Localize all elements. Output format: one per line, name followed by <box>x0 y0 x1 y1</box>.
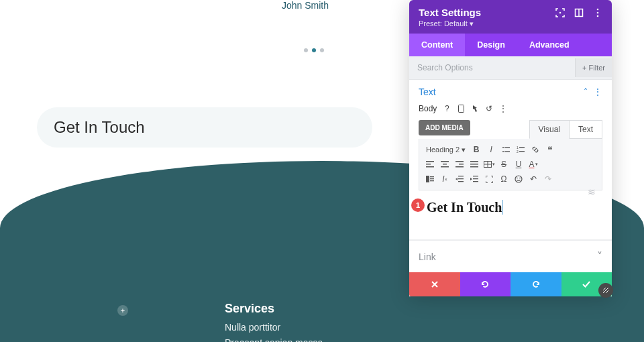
pager-dot[interactable] <box>320 48 324 52</box>
svg-rect-35 <box>458 178 464 179</box>
svg-rect-38 <box>473 178 478 179</box>
section-title: Text <box>419 87 436 97</box>
panel-title: Text Settings <box>419 7 481 18</box>
svg-rect-31 <box>430 176 434 177</box>
svg-rect-23 <box>455 166 464 168</box>
svg-rect-16 <box>426 164 431 165</box>
numbered-list-icon[interactable]: 12 <box>514 143 527 156</box>
text-section: Text ˄ ⋮ Body ? ↺ ⋮ ADD MEDIA Visual Tex… <box>409 80 612 240</box>
text-section-toggle[interactable]: Text ˄ ⋮ <box>419 87 602 97</box>
svg-rect-12 <box>519 147 525 148</box>
svg-point-42 <box>519 178 521 179</box>
redo-button[interactable] <box>511 272 561 296</box>
add-media-button[interactable]: ADD MEDIA <box>419 120 470 135</box>
service-link[interactable]: Praesent sapien massa <box>225 337 323 342</box>
align-center-icon[interactable] <box>438 158 451 171</box>
svg-point-41 <box>517 178 518 179</box>
emoji-icon[interactable] <box>512 172 525 186</box>
more-icon[interactable] <box>593 8 602 17</box>
panel-header[interactable]: Text Settings Preset: Default ▾ <box>409 0 612 34</box>
pager-dot[interactable] <box>304 48 308 52</box>
expand-icon[interactable] <box>574 8 584 17</box>
svg-rect-19 <box>443 164 447 165</box>
bullet-list-icon[interactable] <box>499 143 513 156</box>
tab-content[interactable]: Content <box>409 34 465 56</box>
reset-icon[interactable]: ↺ <box>485 105 493 113</box>
undo-button[interactable] <box>460 272 511 296</box>
pager-dot-active[interactable] <box>312 48 316 52</box>
italic-icon[interactable]: I <box>484 143 498 156</box>
svg-rect-26 <box>470 166 478 168</box>
focus-icon[interactable] <box>555 8 565 17</box>
cancel-button[interactable] <box>409 272 460 296</box>
svg-point-40 <box>515 176 522 182</box>
outdent-icon[interactable] <box>453 172 466 186</box>
svg-rect-8 <box>504 147 510 148</box>
bold-icon[interactable]: B <box>470 143 483 156</box>
settings-tabs: Content Design Advanced <box>409 34 612 56</box>
chevron-up-icon[interactable]: ˄ <box>584 87 588 97</box>
align-left-icon[interactable] <box>423 158 437 171</box>
section-more-icon[interactable]: ⋮ <box>593 87 602 97</box>
redo-icon[interactable]: ↷ <box>541 172 555 186</box>
resize-handle[interactable] <box>598 283 613 298</box>
svg-rect-17 <box>426 166 434 168</box>
link-icon[interactable] <box>529 143 542 156</box>
tab-design[interactable]: Design <box>465 34 517 56</box>
services-heading: Services <box>225 302 274 316</box>
svg-rect-25 <box>470 164 478 165</box>
mobile-icon[interactable] <box>457 105 465 113</box>
svg-rect-24 <box>470 161 478 162</box>
editor-text[interactable]: Get In Touch <box>427 200 503 215</box>
svg-rect-37 <box>473 176 478 176</box>
svg-rect-22 <box>459 164 464 165</box>
svg-point-3 <box>597 8 599 10</box>
search-input[interactable] <box>409 56 575 79</box>
editor-tab-text[interactable]: Text <box>570 120 602 139</box>
underline-icon[interactable]: U <box>512 158 525 171</box>
more-icon[interactable]: ⋮ <box>499 105 507 113</box>
fullscreen-icon[interactable] <box>482 172 496 186</box>
editor-tab-visual[interactable]: Visual <box>529 120 570 139</box>
author-name: John Smith <box>282 0 329 11</box>
pagination-dots <box>304 48 324 52</box>
svg-rect-20 <box>441 166 449 168</box>
filter-button[interactable]: + Filter <box>575 58 612 77</box>
svg-point-9 <box>502 151 504 152</box>
svg-rect-33 <box>430 180 434 181</box>
undo-icon[interactable]: ↶ <box>527 172 540 186</box>
editor-content-area[interactable]: 1 ≋ Get In Touch <box>419 190 602 235</box>
editor-toolbar: Heading 2 ▾ B I 12 ❝ ▾ S U A▾ I× <box>419 139 602 190</box>
svg-rect-14 <box>519 151 525 152</box>
align-right-icon[interactable] <box>453 158 466 171</box>
svg-point-0 <box>559 11 561 13</box>
svg-point-4 <box>597 11 599 13</box>
preset-dropdown[interactable]: Preset: Default ▾ <box>419 19 602 28</box>
text-color-icon[interactable]: A▾ <box>527 158 540 171</box>
svg-rect-18 <box>441 161 449 162</box>
help-icon[interactable]: ? <box>443 105 451 113</box>
hero-heading[interactable]: Get In Touch <box>37 107 372 148</box>
tab-advanced[interactable]: Advanced <box>517 34 582 56</box>
indent-icon[interactable] <box>468 172 481 186</box>
table-icon[interactable]: ▾ <box>482 158 496 171</box>
svg-rect-36 <box>458 181 464 182</box>
panel-actions <box>409 272 612 296</box>
strike-icon[interactable]: S <box>497 158 511 171</box>
align-justify-icon[interactable] <box>468 158 481 171</box>
body-label: Body <box>419 104 437 113</box>
unwrap-icon[interactable]: ≋ <box>588 186 596 197</box>
image-left-icon[interactable] <box>423 172 437 186</box>
omega-icon[interactable]: Ω <box>497 172 511 186</box>
hover-icon[interactable] <box>471 105 479 113</box>
format-select[interactable]: Heading 2 ▾ <box>423 144 468 156</box>
svg-rect-10 <box>504 151 510 152</box>
clear-format-icon[interactable]: I× <box>438 172 451 186</box>
add-module-button[interactable]: + <box>117 305 128 316</box>
service-link[interactable]: Nulla porttitor <box>225 322 280 333</box>
svg-rect-21 <box>455 161 464 162</box>
svg-rect-30 <box>426 176 429 182</box>
filter-label: Filter <box>589 64 605 72</box>
link-section-toggle[interactable]: Link ˅ <box>409 240 612 272</box>
quote-icon[interactable]: ❝ <box>543 143 557 156</box>
